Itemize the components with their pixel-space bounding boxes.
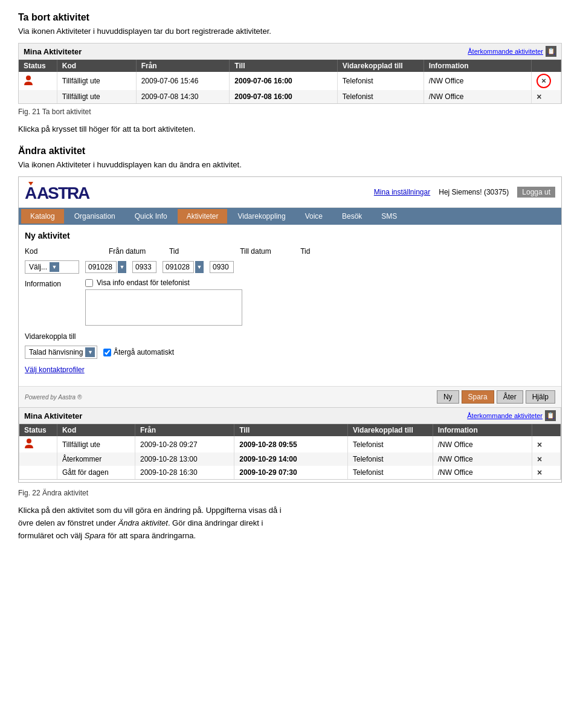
col-info-2: Information [433, 424, 532, 436]
status-cell [19, 453, 57, 466]
svg-text:A: A [25, 184, 37, 202]
col-fran-2: Från [135, 424, 234, 436]
kod-select-value: Välj... [27, 262, 50, 272]
logout-button[interactable]: Logga ut [517, 187, 555, 198]
recurring-link-2[interactable]: Återkommande aktiviteter 📋 [467, 410, 556, 421]
aastra-ui: A A S T R A Mina inställningar Hej Sieme… [18, 176, 562, 483]
col-status-2: Status [19, 424, 57, 436]
atergaa-label: Återgå automatiskt [114, 348, 174, 356]
delete-button[interactable]: × [537, 454, 542, 464]
person-icon [24, 438, 34, 449]
info-label: Information [25, 279, 79, 288]
panel-header-2: Mina Aktiviteter Återkommande aktivitete… [19, 408, 561, 424]
fran-datum-group: ▼ [85, 261, 126, 273]
panel-header-1: Mina Aktiviteter Återkommande aktivitete… [19, 43, 561, 60]
section2-title: Ändra aktivitet [18, 146, 562, 156]
fran-cell: 2009-10-28 16:30 [135, 466, 234, 479]
settings-link[interactable]: Mina inställningar [374, 188, 430, 196]
till-datum-arrow[interactable]: ▼ [195, 261, 204, 273]
fran-datum-arrow[interactable]: ▼ [118, 261, 126, 273]
ny-button[interactable]: Ny [437, 390, 459, 404]
info-cell: /NW Office [433, 436, 532, 453]
kod-select[interactable]: Välj... ▼ [25, 260, 79, 274]
vidarekoppla-row: Vidarekoppla till [25, 332, 555, 341]
till-datum-group: ▼ [163, 261, 204, 273]
nav-tab-organisation[interactable]: Organisation [65, 209, 124, 224]
col-status-1: Status [19, 60, 57, 72]
nav-tab-quickinfo[interactable]: Quick Info [126, 209, 176, 224]
ater-button[interactable]: Åter [497, 390, 523, 404]
info-cell: /NW Office [424, 90, 532, 103]
aastra-topbar: A A S T R A Mina inställningar Hej Sieme… [19, 177, 561, 208]
delete-button[interactable]: × [536, 74, 551, 88]
svg-text:S: S [48, 184, 59, 202]
vidarekoppla-select[interactable]: Talad hänvisning ▼ [25, 346, 97, 359]
fig-caption-1: Fig. 21 Ta bort aktivitet [18, 108, 562, 116]
nav-tab-sms[interactable]: SMS [372, 209, 406, 224]
nav-tab-aktiviteter[interactable]: Aktiviteter [178, 209, 228, 224]
powered-by: Powered by Aastra ® [25, 394, 82, 401]
info-textarea[interactable] [85, 289, 242, 326]
recurring-link-1[interactable]: Återkommande aktiviteter 📋 [468, 46, 556, 57]
fran-tid-input[interactable] [132, 261, 156, 273]
topbar-right: Mina inställningar Hej Siemens! (30375) … [374, 187, 555, 198]
fran-tid-label: Tid [169, 247, 224, 256]
kod-select-arrow[interactable]: ▼ [50, 262, 59, 272]
hjalp-button[interactable]: Hjälp [526, 390, 555, 404]
kontaktprofiler-row: Välj kontaktprofiler [25, 365, 555, 374]
delete-cell[interactable]: × [532, 453, 561, 466]
person-icon [24, 75, 33, 86]
nav-tab-voice[interactable]: Voice [296, 209, 332, 224]
nav-tab-besok[interactable]: Besök [333, 209, 371, 224]
fran-cell: 2009-10-28 09:27 [135, 436, 234, 453]
bottom-text: Klicka på den aktivitet som du vill göra… [18, 506, 562, 540]
spara-button[interactable]: Spara [462, 390, 494, 404]
till-tid-input[interactable] [210, 261, 234, 273]
kod-cell: Tillfälligt ute [57, 90, 136, 103]
delete-button[interactable]: × [536, 92, 541, 101]
fran-datum-input[interactable] [85, 261, 117, 273]
atergaa-checkbox[interactable] [103, 349, 111, 356]
fran-cell: 2009-10-28 13:00 [135, 453, 234, 466]
delete-cell[interactable]: × [532, 72, 561, 90]
delete-button[interactable]: × [537, 468, 542, 477]
vidarekoppla-select-row: Talad hänvisning ▼ Återgå automatiskt [25, 346, 555, 359]
table1: Status Kod Från Till Vidarekopplad till … [19, 60, 561, 103]
atergaa-group: Återgå automatiskt [103, 348, 174, 356]
till-tid-label: Tid [300, 247, 355, 256]
kod-cell[interactable]: Återkommer [57, 453, 135, 466]
vidarekopplad-cell: Telefonist [337, 90, 424, 103]
delete-button[interactable]: × [537, 440, 542, 449]
visa-info-checkbox[interactable] [85, 279, 93, 287]
till-cell: 2009-07-06 16:00 [230, 72, 338, 90]
nav-tab-vidarekoppling[interactable]: Vidarekoppling [228, 209, 294, 224]
svg-point-0 [26, 76, 31, 80]
till-datum-input[interactable] [163, 261, 194, 273]
till-cell: 2009-10-29 14:00 [234, 453, 348, 466]
info-cell: /NW Office [424, 72, 532, 90]
table2: Status Kod Från Till Vidarekopplad till … [19, 424, 561, 479]
table-row: Tillfälligt ute 2009-07-06 15:46 2009-07… [19, 72, 561, 90]
col-vidarekopplad-2: Vidarekopplad till [347, 424, 433, 436]
kontaktprofiler-link[interactable]: Välj kontaktprofiler [25, 366, 85, 374]
kod-cell[interactable]: Tillfälligt ute [57, 436, 135, 453]
bottom-line-1: Klicka på den aktivitet som du vill göra… [18, 506, 562, 515]
till-cell: 2009-07-08 16:00 [230, 90, 338, 103]
delete-cell[interactable]: × [532, 436, 561, 453]
vidarekoppla-select-arrow[interactable]: ▼ [85, 347, 95, 357]
vidarekoppla-label: Vidarekoppla till [25, 332, 79, 341]
col-kod-2: Kod [57, 424, 135, 436]
section1-title: Ta bort aktivitet [18, 12, 562, 23]
till-datum-label: Till datum [240, 247, 294, 256]
form-row-1: Kod Från datum Tid Till datum Tid [25, 246, 555, 256]
table-row: Tillfälligt ute 2009-07-08 14:30 2009-07… [19, 90, 561, 103]
delete-cell[interactable]: × [532, 90, 561, 103]
kod-cell: Tillfälligt ute [57, 72, 136, 90]
info-textarea-group: Visa info endast för telefonist [85, 279, 242, 327]
vidarekoppla-select-value: Talad hänvisning [27, 347, 85, 357]
table-row: Tillfälligt ute 2009-10-28 09:27 2009-10… [19, 436, 561, 453]
delete-cell[interactable]: × [532, 466, 561, 479]
kod-cell[interactable]: Gått för dagen [57, 466, 135, 479]
status-cell [19, 72, 57, 90]
nav-tab-katalog[interactable]: Katalog [21, 209, 64, 224]
